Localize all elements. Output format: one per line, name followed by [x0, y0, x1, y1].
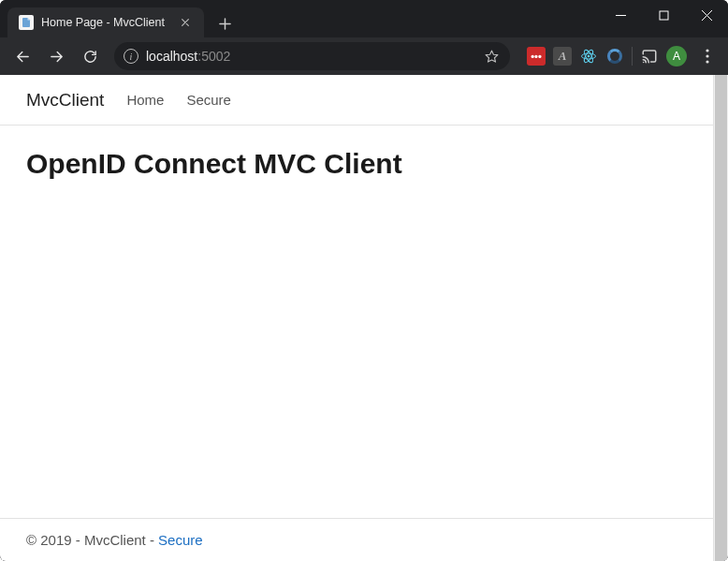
reload-button[interactable]	[75, 41, 105, 71]
address-text: localhost:5002	[146, 49, 474, 64]
svg-point-5	[643, 62, 645, 64]
browser-tab[interactable]: Home Page - MvcClient	[7, 7, 204, 37]
address-bar[interactable]: i localhost:5002	[114, 42, 510, 70]
address-port: :5002	[197, 49, 230, 64]
page-icon	[19, 15, 34, 30]
page-viewport: MvcClient Home Secure OpenID Connect MVC…	[0, 75, 713, 561]
svg-rect-0	[660, 11, 668, 20]
window-controls	[599, 0, 728, 30]
browser-menu-button[interactable]	[694, 41, 721, 71]
forward-button[interactable]	[41, 41, 71, 71]
page-body: OpenID Connect MVC Client	[0, 125, 713, 518]
page-footer: © 2019 - MvcClient - Secure	[0, 518, 713, 561]
vertical-scrollbar-thumb[interactable]	[715, 75, 727, 561]
extension-lastpass-icon[interactable]: •••	[527, 47, 546, 66]
extension-adobe-icon[interactable]: A	[553, 47, 572, 66]
toolbar-divider	[632, 47, 633, 66]
footer-secure-link[interactable]: Secure	[158, 532, 203, 548]
window-close-button[interactable]	[685, 0, 728, 30]
tab-title: Home Page - MvcClient	[41, 16, 170, 29]
window-minimize-button[interactable]	[599, 0, 642, 30]
close-tab-button[interactable]	[178, 15, 193, 30]
site-info-icon[interactable]: i	[124, 49, 138, 64]
vertical-scrollbar[interactable]	[713, 75, 728, 561]
window-maximize-button[interactable]	[642, 0, 685, 30]
viewport-wrap: MvcClient Home Secure OpenID Connect MVC…	[0, 75, 728, 561]
extension-react-devtools-icon[interactable]	[579, 47, 598, 66]
extensions-strip: ••• A A	[519, 46, 691, 66]
extension-circle-icon[interactable]	[605, 47, 624, 66]
profile-avatar[interactable]: A	[666, 46, 687, 66]
footer-copyright: © 2019 - MvcClient -	[26, 532, 158, 548]
tab-strip: Home Page - MvcClient	[0, 0, 238, 37]
bookmark-star-icon[interactable]	[482, 47, 501, 66]
site-navbar: MvcClient Home Secure	[0, 75, 713, 125]
site-brand[interactable]: MvcClient	[26, 90, 104, 111]
cast-icon[interactable]	[640, 47, 659, 66]
nav-link-home[interactable]: Home	[126, 92, 164, 108]
browser-toolbar: i localhost:5002 ••• A A	[0, 37, 728, 75]
back-button[interactable]	[7, 41, 37, 71]
new-tab-button[interactable]	[211, 10, 238, 37]
nav-link-secure[interactable]: Secure	[186, 92, 231, 108]
svg-point-6	[706, 49, 708, 52]
address-host: localhost	[146, 49, 197, 64]
svg-point-8	[706, 60, 708, 63]
page-heading: OpenID Connect MVC Client	[26, 148, 687, 180]
window-titlebar: Home Page - MvcClient	[0, 0, 728, 37]
svg-point-7	[706, 54, 708, 57]
svg-point-1	[588, 55, 590, 58]
